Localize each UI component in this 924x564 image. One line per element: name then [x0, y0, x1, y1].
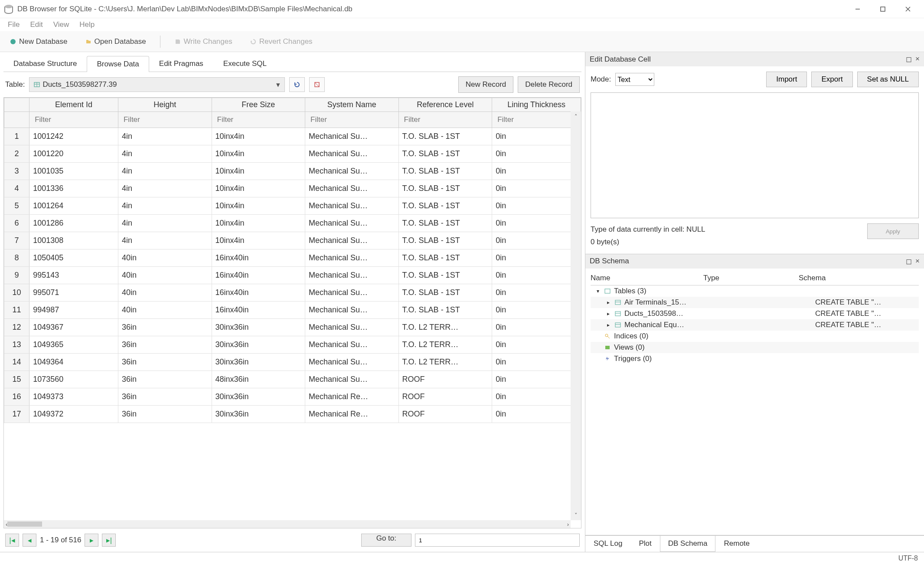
- filter-system-name[interactable]: [309, 114, 395, 126]
- cell[interactable]: 36in: [118, 354, 212, 371]
- cell[interactable]: 1073560: [29, 371, 118, 388]
- row-number[interactable]: 13: [4, 336, 29, 354]
- cell[interactable]: 1049373: [29, 388, 118, 406]
- cell[interactable]: 36in: [118, 319, 212, 336]
- cell[interactable]: 40in: [118, 284, 212, 302]
- table-row[interactable]: 15107356036in48inx36inMechanical Su…ROOF…: [4, 371, 581, 388]
- col-system-name[interactable]: System Name: [305, 98, 399, 112]
- schema-col-name[interactable]: Name: [591, 274, 703, 282]
- cell[interactable]: Mechanical Su…: [305, 371, 399, 388]
- cell[interactable]: 16inx40in: [212, 284, 305, 302]
- delete-record-button[interactable]: Delete Record: [518, 76, 580, 93]
- revert-changes-button[interactable]: Revert Changes: [246, 36, 316, 48]
- cell[interactable]: Mechanical Su…: [305, 249, 399, 267]
- cell[interactable]: 36in: [118, 388, 212, 406]
- cell[interactable]: 4in: [118, 145, 212, 163]
- cell[interactable]: 30inx36in: [212, 354, 305, 371]
- filter-reference-level[interactable]: [402, 114, 489, 126]
- cell[interactable]: 0in: [492, 232, 581, 249]
- cell[interactable]: Mechanical Re…: [305, 388, 399, 406]
- row-number[interactable]: 8: [4, 249, 29, 267]
- cell[interactable]: ROOF: [398, 406, 492, 423]
- tree-triggers[interactable]: Triggers (0): [591, 353, 919, 364]
- cell[interactable]: 48inx36in: [212, 371, 305, 388]
- table-row[interactable]: 310010354in10inx4inMechanical Su…T.O. SL…: [4, 163, 581, 180]
- table-row[interactable]: 210012204in10inx4inMechanical Su…T.O. SL…: [4, 145, 581, 163]
- row-number[interactable]: 5: [4, 197, 29, 215]
- cell[interactable]: 4in: [118, 180, 212, 197]
- cell[interactable]: T.O. SLAB - 1ST: [398, 232, 492, 249]
- cell[interactable]: 1001035: [29, 163, 118, 180]
- last-page-button[interactable]: ▸|: [102, 534, 116, 547]
- cell[interactable]: T.O. SLAB - 1ST: [398, 284, 492, 302]
- tree-views[interactable]: Views (0): [591, 342, 919, 353]
- cell[interactable]: 36in: [118, 406, 212, 423]
- tab-db-schema[interactable]: DB Schema: [660, 536, 716, 552]
- cell[interactable]: 0in: [492, 267, 581, 284]
- cell[interactable]: 0in: [492, 284, 581, 302]
- cell[interactable]: 4in: [118, 197, 212, 215]
- cell[interactable]: T.O. SLAB - 1ST: [398, 163, 492, 180]
- row-number[interactable]: 14: [4, 354, 29, 371]
- row-number[interactable]: 6: [4, 215, 29, 232]
- tab-browse-data[interactable]: Browse Data: [87, 56, 149, 72]
- row-number[interactable]: 11: [4, 302, 29, 319]
- cell[interactable]: T.O. L2 TERR…: [398, 354, 492, 371]
- cell[interactable]: 1001286: [29, 215, 118, 232]
- prev-page-button[interactable]: ◂: [23, 534, 36, 547]
- undock-schema-icon[interactable]: ◻: [906, 257, 912, 266]
- first-page-button[interactable]: |◂: [5, 534, 19, 547]
- cell[interactable]: 0in: [492, 336, 581, 354]
- cell[interactable]: T.O. SLAB - 1ST: [398, 267, 492, 284]
- cell[interactable]: 10inx4in: [212, 215, 305, 232]
- cell[interactable]: 0in: [492, 406, 581, 423]
- cell[interactable]: 10inx4in: [212, 232, 305, 249]
- horizontal-scrollbar[interactable]: ‹ ›: [4, 520, 571, 528]
- cell[interactable]: 4in: [118, 215, 212, 232]
- row-number[interactable]: 7: [4, 232, 29, 249]
- cell[interactable]: 1049372: [29, 406, 118, 423]
- schema-col-type[interactable]: Type: [703, 274, 799, 282]
- open-database-button[interactable]: Open Database: [82, 36, 150, 48]
- cell[interactable]: 1050405: [29, 249, 118, 267]
- cell[interactable]: 1001264: [29, 197, 118, 215]
- cell[interactable]: 0in: [492, 371, 581, 388]
- cell[interactable]: 994987: [29, 302, 118, 319]
- cell[interactable]: Mechanical Su…: [305, 215, 399, 232]
- cell[interactable]: 1001220: [29, 145, 118, 163]
- col-reference-level[interactable]: Reference Level: [398, 98, 492, 112]
- set-null-button[interactable]: Set as NULL: [857, 72, 919, 87]
- cell[interactable]: 0in: [492, 319, 581, 336]
- cell[interactable]: Mechanical Su…: [305, 180, 399, 197]
- cell[interactable]: Mechanical Su…: [305, 336, 399, 354]
- table-row[interactable]: 12104936736in30inx36inMechanical Su…T.O.…: [4, 319, 581, 336]
- cell[interactable]: 30inx36in: [212, 406, 305, 423]
- row-number[interactable]: 4: [4, 180, 29, 197]
- menu-edit[interactable]: Edit: [26, 20, 47, 30]
- cell[interactable]: 0in: [492, 128, 581, 145]
- table-row[interactable]: 14104936436in30inx36inMechanical Su…T.O.…: [4, 354, 581, 371]
- table-row[interactable]: 1099507140in16inx40inMechanical Su…T.O. …: [4, 284, 581, 302]
- table-row[interactable]: 17104937236in30inx36inMechanical Re…ROOF…: [4, 406, 581, 423]
- goto-button[interactable]: Go to:: [361, 534, 411, 547]
- vertical-scrollbar[interactable]: ˄ ˅: [571, 111, 581, 520]
- cell[interactable]: Mechanical Su…: [305, 197, 399, 215]
- cell[interactable]: 30inx36in: [212, 319, 305, 336]
- filter-element-id[interactable]: [33, 114, 114, 126]
- cell[interactable]: 10inx4in: [212, 145, 305, 163]
- filter-free-size[interactable]: [215, 114, 302, 126]
- cell[interactable]: 1049365: [29, 336, 118, 354]
- cell[interactable]: T.O. SLAB - 1ST: [398, 215, 492, 232]
- cell[interactable]: 10inx4in: [212, 197, 305, 215]
- table-row[interactable]: 510012644in10inx4inMechanical Su…T.O. SL…: [4, 197, 581, 215]
- tree-table-item[interactable]: ▸ Ducts_1503598… CREATE TABLE "…: [591, 308, 919, 319]
- cell[interactable]: 10inx4in: [212, 180, 305, 197]
- table-row[interactable]: 8105040540in16inx40inMechanical Su…T.O. …: [4, 249, 581, 267]
- tab-execute-sql[interactable]: Execute SQL: [213, 56, 277, 72]
- cell[interactable]: Mechanical Su…: [305, 267, 399, 284]
- scroll-thumb[interactable]: [7, 521, 42, 527]
- close-schema-icon[interactable]: ×: [915, 257, 920, 266]
- goto-input[interactable]: [415, 534, 580, 547]
- cell[interactable]: 30inx36in: [212, 388, 305, 406]
- refresh-button[interactable]: [289, 77, 305, 92]
